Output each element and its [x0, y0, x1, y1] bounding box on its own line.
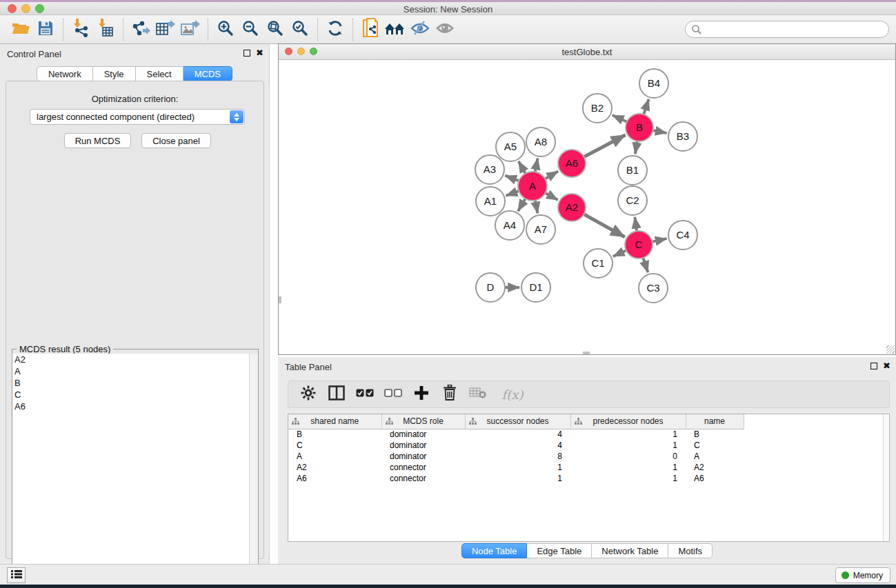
zoom-fit-button[interactable] [263, 18, 288, 41]
network-window-titlebar[interactable]: testGlobe.txt [279, 44, 895, 60]
node-A2[interactable]: A2 [558, 194, 586, 221]
select-all-button[interactable] [356, 385, 374, 403]
node-B2[interactable]: B2 [583, 94, 612, 123]
zoom-selected-button[interactable] [288, 18, 312, 41]
node-B3[interactable]: B3 [668, 122, 697, 151]
table-row[interactable]: Cdominator41C [288, 440, 744, 451]
table-cell[interactable]: 1 [570, 440, 686, 451]
table-cell[interactable]: A [686, 451, 744, 462]
table-cell[interactable]: A2 [288, 462, 381, 473]
edge-A-A7[interactable] [535, 199, 538, 214]
table-cell[interactable]: dominator [381, 451, 465, 462]
tab-style[interactable]: Style [93, 66, 136, 81]
mcds-result-item[interactable]: A2 [12, 354, 258, 365]
node-D1[interactable]: D1 [521, 273, 550, 302]
export-image-button[interactable] [178, 18, 203, 41]
column-header-predecessor-nodes[interactable]: predecessor nodes [570, 414, 686, 429]
tab-network[interactable]: Network [37, 66, 93, 81]
table-float-panel-icon[interactable] [870, 363, 877, 369]
tab-network-table[interactable]: Network Table [592, 543, 668, 558]
table-cell[interactable]: C [288, 440, 381, 451]
table-settings-button[interactable] [299, 385, 317, 403]
edge-B-B2[interactable] [613, 115, 628, 122]
mcds-result-item[interactable]: A6 [12, 401, 258, 412]
close-panel-button[interactable]: Close panel [141, 133, 211, 148]
network-overview-button[interactable] [383, 18, 408, 41]
table-cell[interactable]: B [288, 429, 381, 440]
tab-select[interactable]: Select [136, 66, 183, 81]
node-A3[interactable]: A3 [475, 155, 504, 184]
edge-A-A4[interactable] [518, 197, 526, 211]
clone-network-button[interactable] [358, 18, 383, 41]
edge-C-C4[interactable] [651, 239, 667, 242]
node-A4[interactable]: A4 [495, 211, 524, 240]
table-cell[interactable]: A6 [686, 473, 744, 484]
edge-A-A5[interactable] [519, 161, 526, 175]
edge-C-C3[interactable] [643, 256, 648, 272]
add-column-button[interactable] [412, 385, 430, 403]
table-cell[interactable]: 1 [465, 462, 570, 473]
table-cell[interactable]: 4 [465, 429, 570, 440]
criterion-dropdown[interactable]: largest connected component (directed) [30, 109, 245, 125]
table-row[interactable]: A2connector11A2 [288, 462, 744, 473]
mcds-result-item[interactable]: A [12, 365, 258, 377]
canvas-horizontal-scroll-nub[interactable] [583, 352, 590, 354]
edge-B-B4[interactable] [644, 99, 649, 116]
node-A6[interactable]: A6 [558, 150, 586, 177]
table-cell[interactable]: 1 [570, 473, 686, 484]
column-header-successor-nodes[interactable]: successor nodes [465, 414, 570, 429]
node-C3[interactable]: C3 [639, 274, 668, 303]
zoom-out-button[interactable] [238, 18, 263, 41]
node-B1[interactable]: B1 [618, 156, 647, 185]
table-row[interactable]: Bdominator41B [288, 429, 744, 440]
task-history-button[interactable] [7, 567, 26, 583]
table-cell[interactable]: 8 [465, 451, 570, 462]
export-table-button[interactable] [153, 18, 178, 41]
table-cell[interactable]: 1 [465, 473, 570, 484]
edge-B-B3[interactable] [652, 130, 667, 134]
table-row[interactable]: A6connector11A6 [288, 473, 744, 484]
edge-C-C2[interactable] [635, 217, 637, 232]
node-table[interactable]: shared nameMCDS rolesuccessor nodesprede… [288, 414, 890, 542]
tab-edge-table[interactable]: Edge Table [527, 543, 592, 558]
edge-A-A8[interactable] [535, 159, 538, 174]
delete-column-button[interactable] [441, 385, 459, 403]
table-cell[interactable]: A2 [686, 462, 744, 473]
split-columns-button[interactable] [328, 385, 346, 403]
canvas-vertical-scroll-nub[interactable] [279, 296, 281, 303]
column-header-MCDS-role[interactable]: MCDS role [381, 414, 465, 429]
table-scrollbar[interactable] [883, 414, 889, 541]
node-A5[interactable]: A5 [496, 132, 525, 161]
node-C2[interactable]: C2 [618, 186, 647, 215]
open-session-button[interactable] [8, 18, 33, 41]
network-canvas[interactable]: B4B2BB3A5A8A6A3B1AA1C2A2A4A7C4CC1C3DD1 [279, 60, 895, 354]
hide-selected-button[interactable] [408, 18, 432, 41]
table-cell[interactable]: dominator [381, 440, 465, 451]
table-cell[interactable]: dominator [381, 429, 465, 440]
function-builder-button[interactable]: f(x) [497, 385, 528, 403]
table-cell[interactable]: 4 [465, 440, 570, 451]
table-cell[interactable]: A [288, 451, 381, 462]
edge-C-C1[interactable] [613, 250, 628, 256]
float-panel-icon[interactable] [243, 50, 250, 57]
table-cell[interactable]: connector [381, 473, 465, 484]
column-header-shared-name[interactable]: shared name [288, 414, 381, 429]
window-resize-grip[interactable] [886, 345, 895, 354]
mcds-result-list[interactable]: A2ABCA6 [12, 354, 258, 586]
edge-A-A3[interactable] [505, 176, 520, 181]
table-row[interactable]: Adominator80A [288, 451, 744, 462]
table-cell[interactable]: connector [381, 462, 465, 473]
mcds-result-item[interactable]: C [12, 389, 258, 401]
refresh-view-button[interactable] [323, 18, 348, 41]
node-A7[interactable]: A7 [526, 215, 555, 244]
node-A1[interactable]: A1 [476, 187, 505, 216]
edge-A6-B[interactable] [583, 135, 626, 158]
table-cell[interactable]: 1 [570, 462, 686, 473]
edge-A-A1[interactable] [506, 190, 521, 195]
node-A[interactable]: A [518, 172, 547, 201]
mcds-result-scrollbar[interactable] [249, 354, 258, 586]
edge-B-B1[interactable] [635, 140, 637, 154]
node-B4[interactable]: B4 [639, 69, 668, 98]
edge-A-A6[interactable] [544, 172, 558, 180]
node-A8[interactable]: A8 [526, 128, 555, 156]
